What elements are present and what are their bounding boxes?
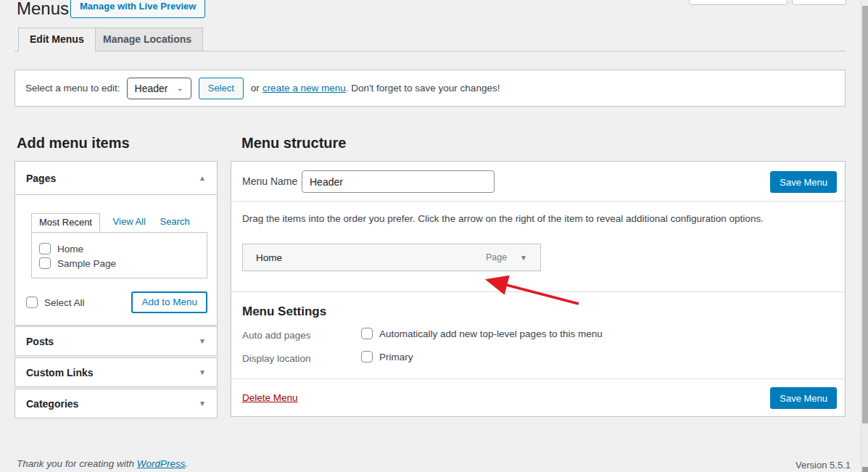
- divider: [231, 291, 845, 292]
- chevron-down-icon: ▼: [199, 399, 206, 407]
- auto-add-pages-checkbox[interactable]: [361, 328, 373, 339]
- save-changes-hint: . Don't forget to save your changes!: [346, 83, 500, 94]
- categories-accordion-title: Categories: [26, 398, 78, 410]
- chevron-down-icon: ▼: [199, 368, 206, 376]
- or-text: or: [251, 83, 260, 94]
- delete-menu-link[interactable]: Delete Menu: [242, 392, 298, 403]
- home-checkbox[interactable]: [39, 243, 51, 254]
- pages-accordion-header[interactable]: Pages ▲: [15, 162, 217, 194]
- menu-select-dropdown[interactable]: Header ⌄: [127, 78, 191, 99]
- custom-links-accordion-title: Custom Links: [26, 367, 94, 378]
- tab-search[interactable]: Search: [159, 213, 191, 230]
- home-label: Home: [57, 244, 83, 254]
- select-menu-label: Select a menu to edit:: [25, 83, 120, 94]
- menu-select-value: Header: [135, 83, 168, 94]
- pages-accordion: Pages ▲ Most Recent View All Search Home…: [15, 161, 218, 326]
- menu-settings-heading: Menu Settings: [242, 305, 326, 319]
- select-button[interactable]: Select: [199, 78, 244, 99]
- scrollbar-thumb[interactable]: [862, 6, 868, 423]
- chevron-down-icon[interactable]: ▼: [520, 254, 527, 262]
- footer-thanks: Thank you for creating with WordPress.: [17, 458, 188, 469]
- chevron-down-icon: ▼: [199, 337, 206, 345]
- scrollbar-track[interactable]: [861, 0, 868, 472]
- help-button[interactable]: [792, 0, 846, 5]
- tabs-divider: [15, 51, 846, 51]
- sample-page-label: Sample Page: [57, 258, 116, 269]
- save-menu-button-bottom[interactable]: Save Menu: [770, 387, 837, 409]
- auto-add-pages-option: Automatically add new top-level pages to…: [379, 328, 603, 339]
- menu-item-home[interactable]: Home Page ▼: [242, 244, 541, 271]
- version-text: Version 5.5.1: [795, 460, 851, 471]
- wordpress-link[interactable]: WordPress: [137, 458, 186, 469]
- posts-accordion-header[interactable]: Posts ▼: [15, 326, 218, 356]
- display-location-primary-option: Primary: [379, 352, 413, 363]
- sample-page-checkbox[interactable]: [39, 257, 51, 269]
- pages-accordion-body: Most Recent View All Search Home Sample …: [15, 194, 217, 325]
- display-location-label: Display location: [242, 353, 311, 364]
- categories-accordion-header[interactable]: Categories ▼: [15, 389, 218, 418]
- auto-add-pages-label: Auto add pages: [242, 330, 311, 341]
- tab-most-recent[interactable]: Most Recent: [31, 213, 100, 232]
- tab-manage-locations[interactable]: Manage Locations: [91, 28, 203, 51]
- add-menu-items-heading: Add menu items: [17, 135, 130, 152]
- screen-options-button[interactable]: [689, 0, 788, 5]
- menu-item-type: Page: [486, 252, 507, 262]
- custom-links-accordion-header[interactable]: Custom Links ▼: [15, 357, 218, 387]
- pages-accordion-title: Pages: [26, 173, 56, 184]
- menu-item-label: Home: [256, 252, 282, 263]
- footer-thanks-period: .: [186, 458, 189, 469]
- chevron-up-icon: ▲: [199, 174, 206, 182]
- menu-name-label: Menu Name: [242, 175, 297, 187]
- posts-accordion-title: Posts: [26, 336, 54, 347]
- chevron-down-icon: ⌄: [177, 83, 183, 93]
- scrollbar-end: [862, 467, 868, 472]
- select-menu-bar: Select a menu to edit: Header ⌄ Select o…: [15, 70, 846, 107]
- footer-thanks-text: Thank you for creating with: [17, 458, 137, 469]
- select-all-checkbox[interactable]: [26, 297, 38, 308]
- create-new-menu-link[interactable]: create a new menu: [263, 83, 346, 94]
- select-all-label: Select All: [44, 297, 85, 308]
- page-title: Menus: [17, 0, 69, 19]
- list-item: Sample Page: [39, 257, 199, 269]
- list-item: Home: [39, 243, 199, 254]
- live-preview-button[interactable]: Manage with Live Preview: [70, 0, 205, 18]
- drag-instructions: Drag the items into the order you prefer…: [242, 213, 764, 224]
- save-menu-button-top[interactable]: Save Menu: [770, 171, 837, 193]
- menu-structure-panel: Menu Name Save Menu Drag the items into …: [231, 161, 846, 417]
- menu-name-row: Menu Name Save Menu: [231, 162, 845, 202]
- menu-name-input[interactable]: [302, 170, 495, 193]
- tab-edit-menus[interactable]: Edit Menus: [18, 28, 96, 51]
- menu-panel-footer: Delete Menu Save Menu: [231, 378, 845, 417]
- add-to-menu-button[interactable]: Add to Menu: [131, 291, 207, 313]
- pages-list-panel: Home Sample Page: [31, 232, 207, 278]
- display-location-primary-checkbox[interactable]: [361, 351, 373, 363]
- tab-view-all[interactable]: View All: [112, 213, 147, 230]
- menu-structure-heading: Menu structure: [241, 135, 346, 152]
